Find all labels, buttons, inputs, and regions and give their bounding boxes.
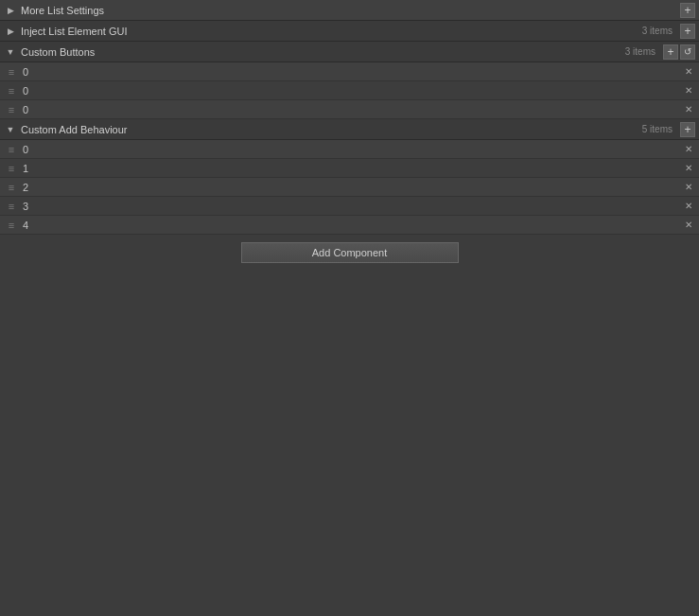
item-value: 2 [23,182,682,193]
list-item: ≡ 1 ✕ [0,159,699,178]
remove-item-btn[interactable]: ✕ [682,200,695,213]
collapse-icon-custom-buttons: ▼ [4,45,17,59]
collapse-icon-more-list-settings: ▶ [4,4,17,17]
item-count-custom-add: 5 items [642,124,673,134]
remove-item-btn[interactable]: ✕ [682,181,695,194]
list-item: ≡ 0 ✕ [0,81,699,100]
item-value: 0 [23,144,682,155]
section-custom-buttons[interactable]: ▼ Custom Buttons 3 items + ↺ [0,42,699,62]
section-label-inject-list: Inject List Element GUI [21,26,642,37]
list-item: ≡ 0 ✕ [0,140,699,159]
item-value: 4 [23,220,682,231]
list-item: ≡ 0 ✕ [0,62,699,81]
list-item: ≡ 0 ✕ [0,100,699,119]
drag-handle-icon[interactable]: ≡ [4,83,19,98]
item-value: 1 [23,163,682,174]
remove-item-btn[interactable]: ✕ [682,65,695,79]
refresh-btn-custom-buttons[interactable]: ↺ [680,44,695,60]
section-label-custom-buttons: Custom Buttons [21,46,625,58]
remove-item-btn[interactable]: ✕ [682,219,695,232]
custom-add-behaviour-list: ≡ 0 ✕ ≡ 1 ✕ ≡ 2 ✕ ≡ 3 ✕ ≡ 4 ✕ [0,140,699,235]
item-count-custom-buttons: 3 items [625,46,655,57]
section-label-custom-add: Custom Add Behaviour [21,124,642,135]
add-btn-inject-list[interactable]: + [680,24,695,39]
remove-item-btn[interactable]: ✕ [682,162,695,175]
section-custom-add-behaviour[interactable]: ▼ Custom Add Behaviour 5 items + [0,119,699,140]
collapse-icon-inject-list: ▶ [4,25,17,38]
section-label-more-list-settings: More List Settings [21,5,678,16]
item-value: 3 [23,201,682,212]
remove-item-btn[interactable]: ✕ [682,84,695,97]
drag-handle-icon[interactable]: ≡ [4,142,19,157]
remove-item-btn[interactable]: ✕ [682,143,695,156]
list-item: ≡ 4 ✕ [0,216,699,235]
add-component-button[interactable]: Add Component [241,242,459,263]
drag-handle-icon[interactable]: ≡ [4,199,19,214]
drag-handle-icon[interactable]: ≡ [4,218,19,233]
item-value: 0 [23,104,682,115]
section-inject-list-element-gui[interactable]: ▶ Inject List Element GUI 3 items + [0,21,699,42]
drag-handle-icon[interactable]: ≡ [4,161,19,176]
drag-handle-icon[interactable]: ≡ [4,180,19,195]
add-btn-custom-add[interactable]: + [680,122,695,137]
custom-buttons-list: ≡ 0 ✕ ≡ 0 ✕ ≡ 0 ✕ [0,62,699,119]
add-btn-more-list-settings[interactable]: + [680,3,695,18]
remove-item-btn[interactable]: ✕ [682,103,695,116]
item-value: 0 [23,66,682,78]
add-btn-custom-buttons[interactable]: + [663,44,678,60]
item-value: 0 [23,85,682,97]
drag-handle-icon[interactable]: ≡ [4,64,19,79]
list-item: ≡ 2 ✕ [0,178,699,197]
collapse-icon-custom-add: ▼ [4,123,17,136]
drag-handle-icon[interactable]: ≡ [4,102,19,117]
inspector-panel: ▶ More List Settings + ▶ Inject List Ele… [0,0,699,263]
list-item: ≡ 3 ✕ [0,197,699,216]
item-count-inject-list: 3 items [642,26,673,36]
section-more-list-settings[interactable]: ▶ More List Settings + [0,0,699,21]
